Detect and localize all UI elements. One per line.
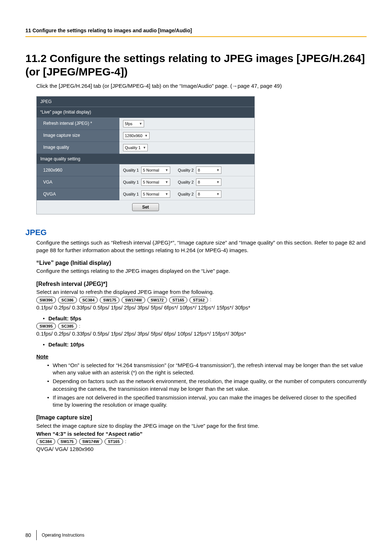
live-paragraph: Configure the settings relating to the J… xyxy=(36,267,367,275)
capture-size-label: Image capture size xyxy=(37,130,119,141)
page-number: 80 xyxy=(25,532,31,539)
chevron-down-icon: ▼ xyxy=(163,179,168,185)
chevron-down-icon: ▼ xyxy=(142,132,148,139)
refresh-interval-label: Refresh interval (JPEG) * xyxy=(37,118,119,130)
jpeg-paragraph: Configure the settings such as “Refresh … xyxy=(36,239,367,254)
model-tag: SC385 xyxy=(58,323,77,329)
page-footer: 80 Operating Instructions xyxy=(25,530,84,540)
refresh-values-1: 0.1fps/ 0.2fps/ 0.33fps/ 0.5fps/ 1fps/ 2… xyxy=(36,304,367,311)
capsize-paragraph: Select the image capture size to display… xyxy=(36,422,367,430)
model-tag-line-1: SW396 SC386 SC384 SW175 SW174W SW172 ST1… xyxy=(36,297,367,303)
q2-select[interactable]: 8▼ xyxy=(196,167,221,174)
aspect-tag-line: SC384 SW175 SW174W ST165 : xyxy=(36,438,367,445)
capture-size-select[interactable]: 1280x960▼ xyxy=(123,132,150,139)
q1-select[interactable]: 5 Normal▼ xyxy=(141,178,170,186)
q1-select[interactable]: 5 Normal▼ xyxy=(141,190,170,198)
image-quality-label: Image quality xyxy=(37,141,119,153)
model-tag-line-2: SW395 SC385 : xyxy=(36,323,367,329)
chevron-down-icon: ▼ xyxy=(214,179,220,185)
settings-panel: JPEG “Live” page (Initial display) Refre… xyxy=(36,96,255,214)
image-quality-select[interactable]: Quality 1▼ xyxy=(123,144,148,151)
q2-select[interactable]: 8▼ xyxy=(196,178,221,186)
chevron-down-icon: ▼ xyxy=(214,191,220,197)
model-tag: SW395 xyxy=(36,323,56,329)
model-tag: SW174W xyxy=(79,438,102,445)
iq-row-label: QVGA xyxy=(37,188,119,200)
iq-setting-header: Image quality setting xyxy=(37,153,254,164)
model-tag: SC386 xyxy=(58,297,77,303)
note-item: Depending on factors such as the network… xyxy=(47,378,367,393)
default-value: Default: 10fps xyxy=(48,341,84,348)
model-tag: ST162 xyxy=(189,297,208,303)
section-title: 11.2 Configure the settings relating to … xyxy=(25,52,367,79)
chevron-down-icon: ▼ xyxy=(214,167,220,173)
refresh-paragraph: Select an interval to refresh the displa… xyxy=(36,288,367,296)
running-header: 11 Configure the settings relating to im… xyxy=(25,27,367,37)
footer-label: Operating Instructions xyxy=(42,532,84,538)
note-item: If images are not delivered in the speci… xyxy=(47,394,367,409)
panel-live-header: “Live” page (Initial display) xyxy=(37,107,254,118)
aspect-ratio-heading: When “4:3” is selected for “Aspect ratio… xyxy=(36,431,143,437)
note-heading: Note xyxy=(36,353,367,360)
panel-jpeg-header: JPEG xyxy=(37,97,254,107)
refresh-interval-select[interactable]: 5fps▼ xyxy=(123,120,144,127)
model-tag: ST165 xyxy=(105,438,123,445)
chevron-down-icon: ▼ xyxy=(163,167,168,173)
model-tag: SC384 xyxy=(79,297,98,303)
iq-row-label: 1280x960 xyxy=(37,164,119,176)
refresh-values-2: 0.1fps/ 0.2fps/ 0.33fps/ 0.5fps/ 1fps/ 2… xyxy=(36,330,367,337)
aspect-values: QVGA/ VGA/ 1280x960 xyxy=(36,446,367,453)
set-button[interactable]: Set xyxy=(132,203,159,211)
chevron-down-icon: ▼ xyxy=(140,144,146,151)
q1-select[interactable]: 5 Normal▼ xyxy=(141,167,170,174)
intro-paragraph: Click the [JPEG/H.264] tab (or [JPEG/MPE… xyxy=(36,82,367,90)
q2-select[interactable]: 8▼ xyxy=(196,190,221,198)
jpeg-heading: JPEG xyxy=(25,227,367,238)
model-tag: ST165 xyxy=(169,297,187,303)
chevron-down-icon: ▼ xyxy=(137,120,142,127)
model-tag: SW396 xyxy=(36,297,56,303)
model-tag: SW175 xyxy=(100,297,119,303)
live-subheading: “Live” page (Initial display) xyxy=(36,259,367,267)
footer-divider xyxy=(36,530,37,540)
model-tag: SW172 xyxy=(147,297,167,303)
model-tag: SW174W xyxy=(122,297,145,303)
chevron-down-icon: ▼ xyxy=(163,191,168,197)
default-value: Default: 5fps xyxy=(48,315,81,321)
model-tag: SW175 xyxy=(57,438,77,445)
refresh-subheading: [Refresh interval (JPEG)*] xyxy=(36,280,367,288)
note-item: When “On” is selected for “H.264 transmi… xyxy=(47,362,367,377)
capsize-subheading: [Image capture size] xyxy=(36,414,367,422)
iq-row-label: VGA xyxy=(37,176,119,188)
model-tag: SC384 xyxy=(36,438,55,445)
